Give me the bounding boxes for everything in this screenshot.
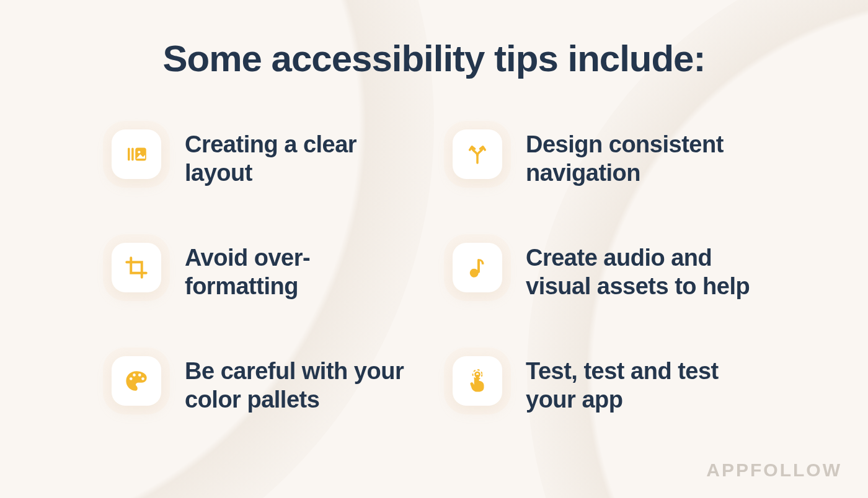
- tip-label: Avoid over-formatting: [185, 243, 415, 300]
- tip-label: Be careful with your color pallets: [185, 356, 415, 414]
- svg-point-8: [138, 374, 141, 377]
- tip-item: Test, test and test your app: [453, 356, 756, 414]
- svg-rect-2: [135, 148, 146, 161]
- svg-point-9: [141, 378, 144, 381]
- tip-item: Avoid over-formatting: [112, 243, 415, 300]
- slide-title: Some accessibility tips include:: [56, 37, 812, 80]
- svg-rect-1: [131, 148, 134, 161]
- tip-label: Test, test and test your app: [526, 356, 756, 414]
- burst-image-icon: [112, 129, 161, 179]
- palette-icon: [112, 356, 161, 406]
- split-arrows-icon: [453, 129, 502, 179]
- music-note-icon: [453, 243, 502, 292]
- svg-rect-5: [477, 259, 480, 273]
- svg-rect-0: [128, 148, 130, 161]
- slide: Some accessibility tips include: Creatin…: [0, 0, 868, 498]
- svg-point-3: [138, 151, 140, 153]
- tip-item: Be careful with your color pallets: [112, 356, 415, 414]
- tip-label: Design consistent navigation: [526, 129, 756, 187]
- tip-item: Creating a clear layout: [112, 129, 415, 187]
- tip-label: Create audio and visual assets to help: [526, 243, 756, 300]
- touch-icon: [453, 356, 502, 406]
- tips-grid: Creating a clear layout Design consisten…: [56, 129, 812, 414]
- brand-watermark: APPFOLLOW: [706, 460, 842, 481]
- svg-point-4: [470, 269, 479, 277]
- tip-label: Creating a clear layout: [185, 129, 415, 187]
- svg-point-6: [130, 378, 133, 381]
- tip-item: Create audio and visual assets to help: [453, 243, 756, 300]
- svg-point-7: [133, 374, 136, 377]
- tip-item: Design consistent navigation: [453, 129, 756, 187]
- crop-icon: [112, 243, 161, 292]
